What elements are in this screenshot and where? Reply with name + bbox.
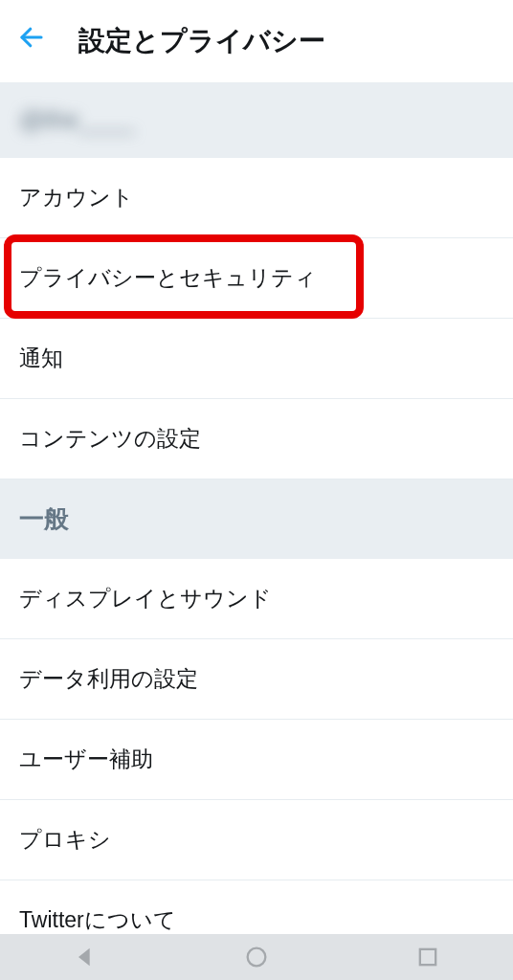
header: 設定とプライバシー: [0, 0, 513, 82]
back-arrow-icon[interactable]: [17, 23, 46, 59]
android-nav-bar: [0, 934, 513, 980]
nav-recent-icon[interactable]: [413, 942, 443, 972]
settings-item-content-settings[interactable]: コンテンツの設定: [0, 399, 513, 479]
highlight-wrapper: プライバシーとセキュリティ: [0, 238, 513, 319]
settings-item-accessibility[interactable]: ユーザー補助: [0, 720, 513, 800]
settings-item-data-usage[interactable]: データ利用の設定: [0, 639, 513, 720]
settings-item-notifications[interactable]: 通知: [0, 319, 513, 399]
settings-item-proxy[interactable]: プロキシ: [0, 800, 513, 880]
svg-point-1: [248, 948, 266, 967]
general-section-header: 一般: [0, 479, 513, 559]
settings-item-account[interactable]: アカウント: [0, 158, 513, 238]
account-section-header: @the____: [0, 82, 513, 158]
general-section-label: 一般: [19, 502, 494, 536]
username-label: @the____: [19, 105, 494, 135]
page-title: 設定とプライバシー: [78, 23, 325, 59]
nav-back-icon[interactable]: [70, 942, 100, 972]
svg-rect-2: [419, 949, 435, 965]
nav-home-icon[interactable]: [241, 942, 272, 972]
settings-item-display-sound[interactable]: ディスプレイとサウンド: [0, 559, 513, 639]
settings-item-privacy-security[interactable]: プライバシーとセキュリティ: [0, 238, 513, 319]
